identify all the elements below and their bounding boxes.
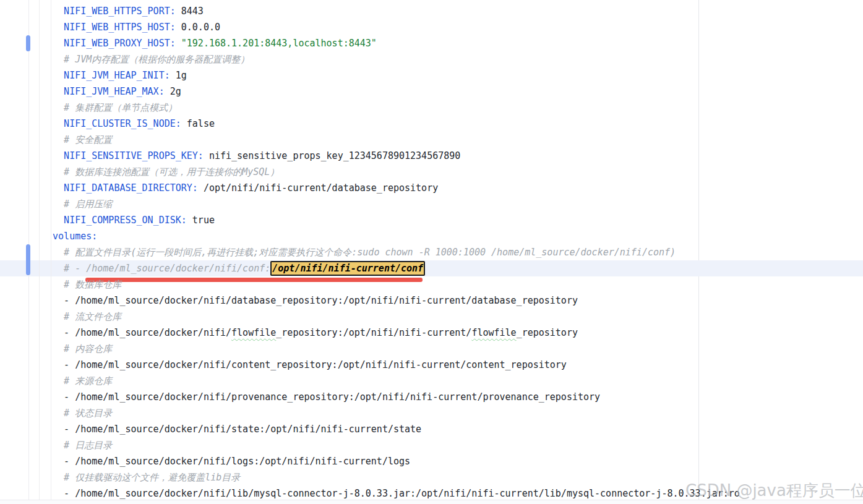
code-token-val: 8443 (176, 6, 204, 17)
code-token-val: _repository:/opt/nifi/nifi-current/ (276, 327, 471, 338)
code-token-val: 1g (170, 70, 187, 81)
code-line: NIFI_DATABASE_DIRECTORY: /opt/nifi/nifi-… (0, 180, 863, 196)
code-token-com: # 启用压缩 (41, 199, 112, 210)
code-token-str: "192.168.1.201:8443,localhost:8443" (181, 38, 377, 49)
code-line: # 配置文件目录(运行一段时间后,再进行挂载;对应需要执行这个命令:sudo c… (0, 244, 863, 260)
code-token-key: NIFI_WEB_HTTPS_PORT: (41, 6, 176, 17)
code-line: # 数据库连接池配置（可选，用于连接你的MySQL） (0, 164, 863, 180)
code-token-com: # 集群配置（单节点模式） (41, 102, 177, 113)
code-token-val: _repository (517, 327, 578, 338)
code-token-com: # JVM内存配置（根据你的服务器配置调整） (41, 54, 249, 65)
code-line: - /home/ml_source/docker/nifi/provenance… (0, 389, 863, 405)
code-token-com: # 状态目录 (41, 408, 112, 419)
code-line: # JVM内存配置（根据你的服务器配置调整） (0, 51, 863, 67)
code-token-val: - /home/ml_source/docker/nifi/state:/opt… (41, 424, 421, 435)
code-line: - /home/ml_source/docker/nifi/flowfile_r… (0, 325, 863, 341)
code-line: - /home/ml_source/docker/nifi/logs:/opt/… (0, 453, 863, 469)
code-line: # 集群配置（单节点模式） (0, 100, 863, 116)
code-token-val: - /home/ml_source/docker/nifi/content_re… (41, 359, 567, 370)
code-line: - /home/ml_source/docker/nifi/state:/opt… (0, 421, 863, 437)
code-line: NIFI_JVM_HEAP_INIT: 1g (0, 67, 863, 83)
code-line: NIFI_WEB_PROXY_HOST: "192.168.1.201:8443… (0, 35, 863, 51)
code-token-val: - /home/ml_source/docker/nifi/lib/mysql-… (41, 488, 740, 499)
code-token-com: # 来源仓库 (41, 375, 112, 387)
code-line: - /home/ml_source/docker/nifi/database_r… (0, 293, 863, 309)
code-token-com: # 流文件仓库 (41, 311, 121, 322)
code-token-wavy: flowfile (231, 327, 276, 338)
code-token-com: # 日志目录 (41, 440, 112, 451)
code-token-com: # 配置文件目录(运行一段时间后,再进行挂载;对应需要执行这个命令:sudo c… (41, 247, 676, 258)
code-line: # 日志目录 (0, 437, 863, 453)
highlighted-code-text: /opt/nifi/nifi-current/conf (270, 261, 425, 276)
code-line: # 流文件仓库 (0, 309, 863, 325)
code-line: NIFI_WEB_HTTPS_HOST: 0.0.0.0 (0, 19, 863, 35)
code-token-val: 0.0.0.0 (176, 22, 220, 33)
code-token-com: # 仅挂载驱动这个文件，避免覆盖lib目录 (41, 472, 240, 483)
code-token-val: - /home/ml_source/docker/nifi/ (41, 327, 231, 338)
code-token-val (176, 38, 181, 49)
code-token-key: NIFI_DATABASE_DIRECTORY: (41, 182, 198, 194)
code-token-val: - /home/ml_source/docker/nifi/provenance… (41, 391, 600, 403)
code-line: NIFI_WEB_HTTPS_PORT: 8443 (0, 3, 863, 19)
code-token-key: NIFI_SENSITIVE_PROPS_KEY: (41, 150, 204, 161)
code-token-key: NIFI_CLUSTER_IS_NODE: (41, 118, 181, 129)
code-token-com: # 内容仓库 (41, 343, 112, 354)
code-token-com: # 数据库仓库 (41, 279, 121, 290)
code-token-com: # 数据库连接池配置（可选，用于连接你的MySQL） (41, 166, 279, 177)
code-token-val: false (181, 118, 215, 129)
code-line: # 安全配置 (0, 132, 863, 148)
code-token-key: NIFI_COMPRESS_ON_DISK: (41, 215, 187, 226)
code-token-com: # - /home/ml_source/docker/nifi/conf: (41, 263, 270, 274)
code-token-com: # 安全配置 (41, 134, 112, 145)
code-token-key: NIFI_JVM_HEAP_MAX: (41, 86, 165, 97)
code-token-key: volumes: (41, 231, 97, 242)
code-token-wavy: flowfile (471, 327, 516, 338)
code-line: volumes: (0, 228, 863, 244)
code-line: NIFI_SENSITIVE_PROPS_KEY: nifi_sensitive… (0, 148, 863, 164)
code-line: # 数据库仓库 (0, 276, 863, 293)
code-line: - /home/ml_source/docker/nifi/content_re… (0, 357, 863, 373)
code-token-val: nifi_sensitive_props_key_123456789012345… (204, 150, 460, 161)
code-line: NIFI_COMPRESS_ON_DISK: true (0, 212, 863, 228)
code-token-val: 2g (165, 86, 181, 97)
code-line: # 来源仓库 (0, 373, 863, 389)
code-token-val: - /home/ml_source/docker/nifi/database_r… (41, 295, 578, 306)
code-line: # 内容仓库 (0, 341, 863, 357)
code-token-val: true (187, 215, 215, 226)
code-line: NIFI_CLUSTER_IS_NODE: false (0, 116, 863, 132)
code-token-key: NIFI_WEB_HTTPS_HOST: (41, 22, 176, 33)
code-token-val: /opt/nifi/nifi-current/database_reposito… (198, 182, 438, 194)
code-line: # 状态目录 (0, 405, 863, 421)
code-token-key: NIFI_WEB_PROXY_HOST: (41, 38, 176, 49)
code-line: # - /home/ml_source/docker/nifi/conf:/op… (0, 260, 863, 276)
code-token-val: - /home/ml_source/docker/nifi/logs:/opt/… (41, 456, 410, 467)
watermark: CSDN @java程序员一位 (685, 480, 863, 502)
code-lines: NIFI_WEB_HTTPS_PORT: 8443 NIFI_WEB_HTTPS… (0, 3, 863, 502)
code-viewer: NIFI_WEB_HTTPS_PORT: 8443 NIFI_WEB_HTTPS… (0, 0, 863, 504)
code-line: # 启用压缩 (0, 196, 863, 212)
code-token-key: NIFI_JVM_HEAP_INIT: (41, 70, 170, 81)
code-line: NIFI_JVM_HEAP_MAX: 2g (0, 83, 863, 100)
